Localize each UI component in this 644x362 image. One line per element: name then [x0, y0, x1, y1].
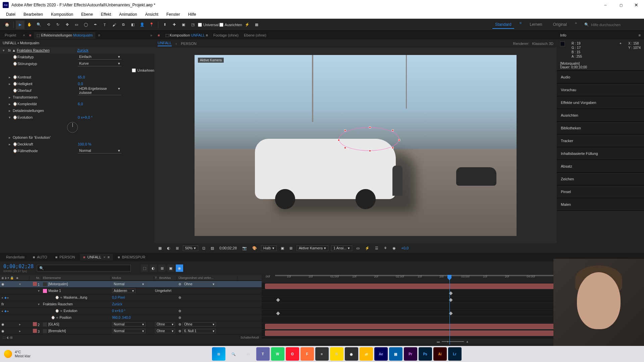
- prop-detail[interactable]: ▸ Detaileinstellungen: [0, 107, 154, 114]
- tab-close[interactable]: ×: [21, 33, 26, 37]
- snapshot-icon[interactable]: 📷: [241, 246, 248, 250]
- viewer-timecode[interactable]: 0;00;02;28: [218, 246, 238, 250]
- world-axis-tool[interactable]: ✚: [170, 20, 178, 29]
- start-button[interactable]: ⊞: [212, 347, 225, 361]
- ellipse-tool[interactable]: ◯: [82, 20, 90, 29]
- tl-tool-5[interactable]: ◉: [176, 264, 183, 272]
- komplexitaet-value[interactable]: 6,0: [78, 102, 83, 106]
- views-dropdown[interactable]: 1 Ansi...▾: [331, 245, 352, 251]
- search-button[interactable]: 🔍: [227, 347, 240, 361]
- hand-tool[interactable]: ✋: [25, 20, 34, 29]
- composition-viewer[interactable]: Aktive Kamera: [154, 48, 557, 243]
- alpha-icon[interactable]: ▦: [157, 246, 163, 250]
- tl-tab-bremsspur[interactable]: ■BREMSSPUR: [114, 254, 149, 260]
- puppet-tool[interactable]: 📍: [147, 20, 156, 29]
- mask-icon[interactable]: ◐: [166, 246, 172, 250]
- roi-icon[interactable]: ▣: [279, 246, 285, 250]
- timeline-search[interactable]: [37, 265, 131, 272]
- explorer-icon[interactable]: 📁: [360, 347, 373, 361]
- tab-projekt[interactable]: Projekt: [2, 32, 19, 39]
- reset-link[interactable]: Zurück: [77, 48, 89, 52]
- panel-pinsel[interactable]: Pinsel: [557, 185, 644, 198]
- task-view[interactable]: ▭: [241, 347, 255, 361]
- ae-icon[interactable]: Ae: [374, 347, 388, 361]
- pen-tool[interactable]: ✒: [91, 20, 100, 29]
- kontrast-value[interactable]: 65,0: [78, 75, 85, 79]
- clone-tool[interactable]: ⧉: [119, 20, 128, 29]
- menu-effekt[interactable]: Effekt: [98, 11, 114, 18]
- rect-tool[interactable]: ▭: [72, 20, 81, 29]
- obs-icon[interactable]: ◉: [345, 347, 358, 361]
- guides-icon[interactable]: ⊞: [174, 246, 180, 250]
- transparency-icon[interactable]: ▨: [209, 246, 215, 250]
- camera-dropdown[interactable]: Aktive Kamera▾: [297, 245, 329, 251]
- menu-animation[interactable]: Animation: [116, 11, 140, 18]
- anchor-tool[interactable]: ✥: [63, 20, 71, 29]
- zoom-tool[interactable]: 🔍: [35, 20, 43, 29]
- timeline-icon[interactable]: ☰: [374, 246, 380, 250]
- timeline-zoom[interactable]: ▬━━━●━━━━━━━━━▲: [437, 340, 469, 343]
- view-axis-tool[interactable]: ▣: [179, 20, 188, 29]
- panel-menu-icon[interactable]: ≡: [639, 33, 641, 37]
- tl-tab-renderliste[interactable]: Renderliste: [3, 254, 28, 260]
- search-input[interactable]: [591, 23, 638, 27]
- info-panel-title[interactable]: Info: [560, 33, 566, 37]
- roto-tool[interactable]: 👤: [138, 20, 147, 29]
- eraser-tool[interactable]: ◧: [128, 20, 137, 29]
- layer-glas[interactable]: ◉▸ 2 [GLAS] Normal▾ Ohne▾ ⊚Ohne▾: [0, 321, 262, 328]
- panel-effekte[interactable]: Effekte und Vorgaben: [557, 96, 644, 109]
- ausrichten-checkbox[interactable]: Ausrichten: [219, 23, 242, 27]
- maximize-button[interactable]: ▢: [613, 0, 629, 10]
- flowchart-icon[interactable]: ⚘: [382, 246, 388, 250]
- pixelaspect-icon[interactable]: ▭: [355, 246, 361, 250]
- panel-absatz[interactable]: Absatz: [557, 160, 644, 173]
- minimize-button[interactable]: ─: [598, 0, 613, 10]
- maskprop-value[interactable]: 0,0 Pixel: [112, 296, 125, 299]
- resolution-dropdown[interactable]: Halb▾: [261, 245, 277, 251]
- renderer-value[interactable]: Klassisch 3D: [532, 42, 553, 46]
- region-icon[interactable]: ⊡: [201, 246, 207, 250]
- helligkeit-value[interactable]: 0,0: [78, 82, 83, 86]
- mask-outline[interactable]: [339, 127, 399, 151]
- effect-name[interactable]: Fraktales Rauschen: [17, 48, 77, 52]
- exposure-value[interactable]: +0,0: [400, 246, 410, 250]
- whatsapp-icon[interactable]: W: [271, 347, 284, 361]
- selection-tool[interactable]: ▶: [16, 20, 24, 29]
- axis-tool[interactable]: ◳: [189, 20, 197, 29]
- menu-bearbeiten[interactable]: Bearbeiten: [20, 11, 46, 18]
- search-help[interactable]: 🔍: [584, 22, 638, 27]
- illustrator-icon[interactable]: Ai: [433, 347, 447, 361]
- rotate-tool[interactable]: ↻: [53, 20, 62, 29]
- tl-tab-auto[interactable]: ■AUTO: [30, 254, 51, 260]
- layer-mask1[interactable]: ▾ Maske 1 Addieren▾ Umgekehrt: [0, 288, 262, 294]
- fx-toggle[interactable]: fx: [7, 49, 12, 52]
- tl-tab-unfall[interactable]: ■UNFALL×≡: [80, 254, 113, 260]
- type-tool[interactable]: T: [100, 20, 109, 29]
- menu-ebene[interactable]: Ebene: [78, 11, 96, 18]
- tl-tool-4[interactable]: ▣: [167, 264, 174, 272]
- photoshop-icon[interactable]: Ps: [419, 347, 432, 361]
- premiere-icon[interactable]: Pr: [404, 347, 417, 361]
- timeline-playhead[interactable]: [449, 275, 450, 345]
- taskbar-weather[interactable]: 4°C Meist klar: [4, 350, 31, 358]
- tl-tool-2[interactable]: ◐: [150, 264, 157, 272]
- panel-menu-icon[interactable]: ≡: [98, 33, 100, 37]
- grid-icon[interactable]: ⊞: [288, 246, 294, 250]
- workspace-standard[interactable]: Standard: [492, 21, 514, 29]
- layer-maskprop[interactable]: ◂◆▸ ⌚≈Maskena...itung 0,0 Pixel ⊚: [0, 294, 262, 301]
- lightroom-icon[interactable]: Lr: [448, 347, 462, 361]
- close-button[interactable]: ✕: [629, 0, 644, 10]
- panel-malen[interactable]: Malen: [557, 198, 644, 211]
- panel-bibliotheken[interactable]: Bibliotheken: [557, 122, 644, 134]
- zoom-dropdown[interactable]: 50%▾: [183, 245, 198, 251]
- menu-komposition[interactable]: Komposition: [48, 11, 76, 18]
- panel-tracker[interactable]: Tracker: [557, 134, 644, 147]
- prop-transformieren[interactable]: ▸ Transformieren: [0, 94, 154, 101]
- teams-icon[interactable]: T: [256, 347, 270, 361]
- mask-mode-dropdown[interactable]: Addieren▾: [112, 289, 136, 293]
- brush-tool[interactable]: 🖌: [110, 20, 118, 29]
- universal-checkbox[interactable]: Universal: [198, 23, 219, 27]
- evolution-tl-value[interactable]: 0 x+9,0 °: [112, 309, 125, 313]
- layer-evolution[interactable]: ◂◆▸ ⌚≈Evolution 0 x+9,0 ° ⊚: [0, 308, 262, 314]
- twirl-arrow[interactable]: ▾: [3, 48, 7, 53]
